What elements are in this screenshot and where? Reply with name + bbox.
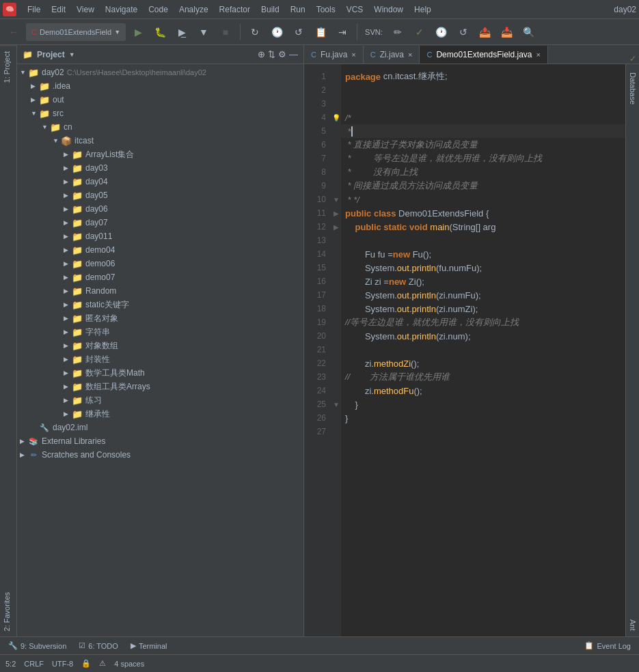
stop-button[interactable]: ■ [216, 23, 235, 42]
expand-demo07[interactable]: ▶ [64, 274, 72, 281]
sidebar-ant[interactable]: Ant [627, 614, 638, 636]
vcs-button[interactable]: 📋 [311, 23, 330, 42]
fold-10[interactable]: ▼ [331, 193, 341, 206]
tab-fu-java[interactable]: C Fu.java × [304, 46, 364, 64]
tree-item-encap[interactable]: ▶ 📁 封装性 [17, 352, 303, 366]
expand-src[interactable]: ▼ [31, 110, 39, 117]
svn-export-btn[interactable]: 📤 [476, 23, 495, 42]
tree-item-practice[interactable]: ▶ 📁 练习 [17, 393, 303, 407]
expand-arrays[interactable]: ▶ [64, 383, 72, 390]
expand-idea[interactable]: ▶ [31, 83, 39, 89]
expand-static[interactable]: ▶ [64, 301, 72, 308]
project-arrow[interactable]: ▼ [69, 51, 75, 58]
diff-button[interactable]: ⇥ [333, 23, 352, 42]
svn-time-btn[interactable]: 🕐 [432, 23, 451, 42]
update-button[interactable]: ↻ [245, 23, 264, 42]
coverage-button[interactable]: ▶̲ [172, 23, 191, 42]
fold-4[interactable]: 💡 [331, 111, 341, 124]
demo01-close-btn[interactable]: × [536, 51, 541, 59]
expand-string[interactable]: ▶ [64, 328, 72, 335]
tab-demo01-java[interactable]: C Demo01ExtendsField.java × [420, 46, 547, 64]
tree-item-anon[interactable]: ▶ 📁 匿名对象 [17, 311, 303, 325]
expand-practice[interactable]: ▶ [64, 397, 72, 404]
status-encoding[interactable]: UTF-8 [52, 660, 73, 668]
expand-arraylist[interactable]: ▶ [64, 151, 72, 158]
expand-demo06[interactable]: ▶ [64, 260, 72, 267]
run-button[interactable]: ▶ [128, 23, 148, 42]
tree-item-day05[interactable]: ▶ 📁 day05 [17, 188, 303, 202]
tree-item-day04[interactable]: ▶ 📁 day04 [17, 175, 303, 188]
fold-25[interactable]: ▼ [331, 397, 341, 411]
tree-item-day011[interactable]: ▶ 📁 day011 [17, 229, 303, 243]
expand-itcast[interactable]: ▼ [53, 137, 61, 144]
tab-event-log[interactable]: 📋 Event Log [579, 639, 636, 654]
menu-analyze[interactable]: Analyze [174, 3, 214, 16]
project-settings-icon[interactable]: ⚙ [278, 49, 286, 59]
tree-item-day06[interactable]: ▶ 📁 day06 [17, 202, 303, 216]
menu-refactor[interactable]: Refactor [214, 3, 256, 16]
fu-close-btn[interactable]: × [351, 51, 355, 59]
tree-item-inherit[interactable]: ▶ 📁 继承性 [17, 407, 303, 421]
expand-random[interactable]: ▶ [64, 288, 72, 294]
search-button[interactable]: 🔍 [519, 23, 539, 42]
debug-button[interactable]: 🐛 [150, 23, 169, 42]
expand-ext-libs[interactable]: ▶ [20, 438, 28, 445]
expand-cn[interactable]: ▼ [42, 124, 50, 130]
expand-objarray[interactable]: ▶ [64, 342, 72, 349]
expand-day06[interactable]: ▶ [64, 206, 72, 212]
expand-anon[interactable]: ▶ [64, 315, 72, 322]
tab-subversion[interactable]: 🔧 9: Subversion [3, 639, 72, 654]
vtab-project[interactable]: 1: Project [0, 45, 16, 88]
expand-day011[interactable]: ▶ [64, 233, 72, 240]
project-add-icon[interactable]: ⊕ [258, 49, 265, 59]
tree-item-scratches[interactable]: ▶ ✏ Scratches and Consoles [17, 448, 303, 462]
tree-item-demo06[interactable]: ▶ 📁 demo06 [17, 257, 303, 270]
zi-close-btn[interactable]: × [408, 51, 412, 59]
tree-item-itcast[interactable]: ▼ 📦 itcast [17, 134, 303, 148]
tree-item-arraylist[interactable]: ▶ 📁 ArrayList集合 [17, 148, 303, 161]
tree-item-ext-libs[interactable]: ▶ 📚 External Libraries [17, 434, 303, 448]
expand-encap[interactable]: ▶ [64, 356, 72, 363]
vtab-favorites[interactable]: 2: Favorites [0, 587, 16, 636]
sidebar-database[interactable]: Database [627, 67, 638, 110]
svn-import-btn[interactable]: 📥 [498, 23, 517, 42]
status-indent[interactable]: 4 spaces [114, 660, 144, 668]
status-line-ending[interactable]: CRLF [24, 660, 44, 668]
run-config[interactable]: C Demo01ExtendsField ▼ [26, 23, 126, 41]
tree-item-day02[interactable]: ▼ 📁 day02 C:\Users\Hasee\Desktop\heimaan… [17, 66, 303, 79]
svn-check-btn[interactable]: ✓ [410, 23, 429, 42]
tree-item-day07[interactable]: ▶ 📁 day07 [17, 216, 303, 229]
tree-item-cn[interactable]: ▼ 📁 cn [17, 120, 303, 134]
tree-item-src[interactable]: ▼ 📁 src [17, 107, 303, 120]
expand-day04[interactable]: ▶ [64, 178, 72, 185]
expand-day02[interactable]: ▼ [20, 69, 28, 76]
fold-12[interactable]: ▶ [331, 220, 341, 234]
code-content[interactable]: package cn.itcast.继承性; /* * * 直接通过子类对 [341, 64, 625, 636]
expand-day05[interactable]: ▶ [64, 192, 72, 199]
tab-terminal[interactable]: ▶ Terminal [125, 639, 173, 654]
menu-navigate[interactable]: Navigate [100, 3, 143, 16]
tree-item-static[interactable]: ▶ 📁 static关键字 [17, 298, 303, 311]
tree-item-math[interactable]: ▶ 📁 数学工具类Math [17, 366, 303, 380]
project-minimize-icon[interactable]: — [289, 49, 298, 59]
menu-view[interactable]: View [71, 3, 100, 16]
more-run-button[interactable]: ▼ [194, 23, 213, 42]
tree-item-objarray[interactable]: ▶ 📁 对象数组 [17, 339, 303, 352]
expand-out[interactable]: ▶ [31, 96, 39, 103]
tab-todo[interactable]: ☑ 6: TODO [73, 639, 124, 654]
tree-item-demo07[interactable]: ▶ 📁 demo07 [17, 270, 303, 284]
menu-file[interactable]: File [22, 3, 46, 16]
menu-code[interactable]: Code [143, 3, 174, 16]
tree-item-demo04[interactable]: ▶ 📁 demo04 [17, 243, 303, 257]
tree-item-day03[interactable]: ▶ 📁 day03 [17, 161, 303, 175]
svn-undo-btn[interactable]: ↺ [454, 23, 473, 42]
tree-item-iml[interactable]: 🔧 day02.iml [17, 421, 303, 434]
menu-run[interactable]: Run [285, 3, 311, 16]
tree-item-arrays[interactable]: ▶ 📁 数组工具类Arrays [17, 380, 303, 393]
menu-vcs[interactable]: VCS [341, 3, 369, 16]
tab-zi-java[interactable]: C Zi.java × [364, 46, 420, 64]
expand-day03[interactable]: ▶ [64, 165, 72, 171]
menu-help[interactable]: Help [409, 3, 437, 16]
tree-item-random[interactable]: ▶ 📁 Random [17, 284, 303, 298]
fold-11[interactable]: ▶ [331, 206, 341, 220]
